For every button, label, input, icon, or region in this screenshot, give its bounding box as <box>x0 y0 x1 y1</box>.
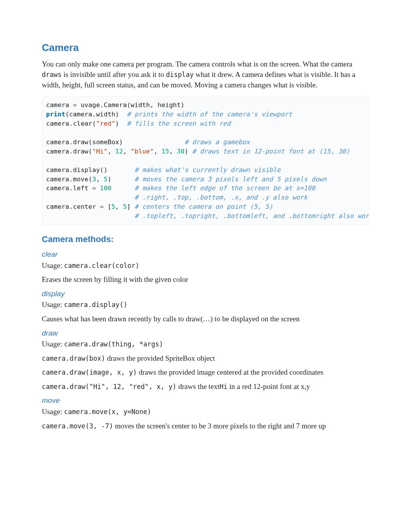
inline-code: camera.draw(box) <box>42 355 105 362</box>
inline-code-draws: draws <box>42 71 62 78</box>
usage-label: Usage: <box>42 408 64 416</box>
example-text: in a red 12-point font at x,y <box>228 382 310 390</box>
inline-code-display: display <box>166 71 194 78</box>
method-name-move: move <box>42 396 369 406</box>
usage-code: camera.clear(color) <box>64 262 139 269</box>
section-heading-camera: Camera <box>42 41 369 55</box>
method-name-draw: draw <box>42 328 369 339</box>
inline-code-hi: Hi <box>219 383 227 390</box>
intro-text: You can only make one camera per program… <box>42 60 352 68</box>
move-example: camera.move(3, -7) moves the screen's ce… <box>42 421 369 431</box>
usage-clear: Usage: camera.clear(color) <box>42 261 369 271</box>
inline-code: camera.move(3, -7) <box>42 422 113 430</box>
method-name-clear: clear <box>42 249 369 260</box>
usage-label: Usage: <box>42 261 64 269</box>
method-desc-display: Causes what has been drawn recently by c… <box>42 314 369 324</box>
inline-code: camera.draw("Hi", 12, "red", x, y) <box>42 383 176 390</box>
usage-label: Usage: <box>42 340 64 348</box>
draw-example-1: camera.draw(box) draws the provided Spri… <box>42 353 369 364</box>
example-text: draws the provided image centered at the… <box>137 368 324 376</box>
inline-code: camera.draw(image, x, y) <box>42 368 137 376</box>
draw-example-2: camera.draw(image, x, y) draws the provi… <box>42 367 369 378</box>
usage-move: Usage: camera.move(x, y=None) <box>42 407 369 417</box>
usage-draw: Usage: camera.draw(thing, *args) <box>42 339 369 350</box>
method-name-display: display <box>42 289 369 299</box>
usage-code: camera.draw(thing, *args) <box>64 340 163 348</box>
usage-label: Usage: <box>42 300 64 309</box>
intro-text: is invisible until after you ask it to <box>62 70 166 78</box>
code-example-camera: camera = uvage.Camera(width, height) pri… <box>42 96 369 225</box>
example-text: draws the text <box>176 382 219 390</box>
example-text: draws the provided SpriteBox object <box>105 354 215 362</box>
intro-paragraph: You can only make one camera per program… <box>42 59 369 90</box>
usage-code: camera.display() <box>64 301 128 309</box>
example-text: moves the screen's center to be 3 more p… <box>113 422 326 430</box>
usage-code: camera.move(x, y=None) <box>64 408 151 416</box>
subsection-camera-methods: Camera methods: <box>42 234 369 246</box>
draw-example-3: camera.draw("Hi", 12, "red", x, y) draws… <box>42 382 369 392</box>
usage-display: Usage: camera.display() <box>42 300 369 310</box>
method-desc-clear: Erases the screen by filling it with the… <box>42 275 369 285</box>
